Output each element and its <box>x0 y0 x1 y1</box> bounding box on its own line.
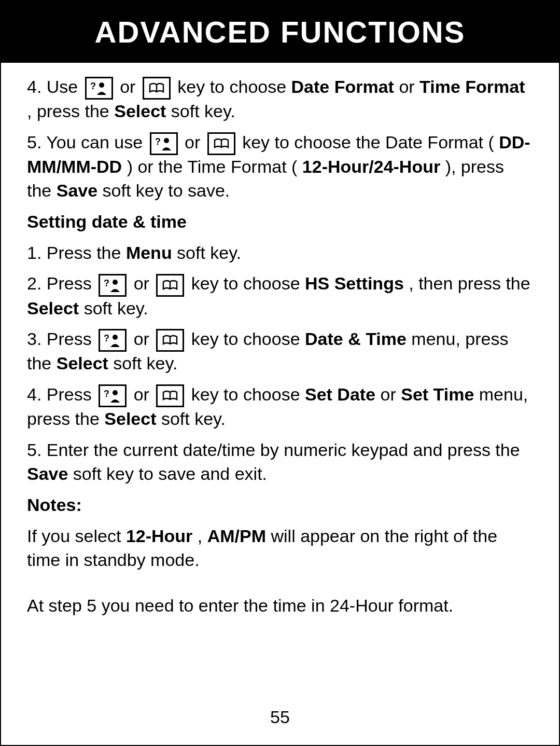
text: soft key. <box>171 101 235 121</box>
text: , press the <box>27 101 114 121</box>
bold-text: Save <box>57 181 97 200</box>
text: , <box>198 526 207 546</box>
text: 4. Press <box>27 384 96 404</box>
text: 1. Press the <box>27 243 126 263</box>
page-header: ADVANCED FUNCTIONS <box>1 1 559 63</box>
text: or <box>120 77 141 96</box>
bold-text: Save <box>27 464 68 483</box>
notes-heading: Notes: <box>27 493 533 517</box>
person-help-icon: ? <box>85 77 113 100</box>
text: soft key. <box>84 298 148 318</box>
svg-text:?: ? <box>90 81 96 91</box>
bold-text: Date & Time <box>305 329 407 349</box>
s2-step-3: 3. Press ? or key to choose Date & Time … <box>27 327 533 376</box>
text: 2. Press <box>27 273 96 293</box>
text: 3. Press <box>27 329 96 349</box>
svg-point-10 <box>113 335 118 340</box>
s2-step-4: 4. Press ? or key to choose Set Date or … <box>27 383 533 431</box>
text: ) or the Time Format ( <box>127 157 298 176</box>
book-icon <box>156 384 184 407</box>
bold-text: Date Format <box>291 77 394 96</box>
s2-step-2: 2. Press ? or key to choose HS Settings … <box>27 272 533 320</box>
svg-point-13 <box>113 390 118 395</box>
text: key to choose <box>191 384 305 404</box>
bold-text: Select <box>27 298 79 318</box>
page-content: 4. Use ? or key to choose Date Format or… <box>1 63 559 618</box>
bold-text: Set Date <box>305 384 375 404</box>
text: soft key to save. <box>103 181 230 200</box>
text: 5. Enter the current date/time by numeri… <box>27 440 520 460</box>
bold-text: 12-Hour <box>126 526 192 546</box>
book-icon <box>207 132 235 155</box>
text: key to choose <box>177 77 291 96</box>
text: or <box>185 132 205 152</box>
s2-step-1: 1. Press the Menu soft key. <box>27 241 533 265</box>
text: key to choose the Date Format ( <box>242 132 494 152</box>
text: or <box>381 384 401 404</box>
text: 5. You can use <box>27 132 148 152</box>
svg-text:?: ? <box>104 278 109 288</box>
svg-text:?: ? <box>155 136 161 147</box>
step-5: 5. You can use ? or key to choose the Da… <box>27 131 533 203</box>
person-help-icon: ? <box>150 132 178 155</box>
person-help-icon: ? <box>99 384 127 407</box>
bold-text: Select <box>57 353 108 373</box>
page-number: 55 <box>1 707 559 727</box>
svg-text:?: ? <box>104 333 109 343</box>
bold-text: Set Time <box>401 384 474 404</box>
note-1: If you select 12-Hour , AM/PM will appea… <box>27 524 533 572</box>
bold-text: Select <box>104 409 156 429</box>
svg-point-7 <box>113 280 118 285</box>
bold-text: 12-Hour/24-Hour <box>302 157 440 176</box>
section-heading-setting-date-time: Setting date & time <box>27 210 533 234</box>
svg-point-4 <box>164 138 169 143</box>
header-title: ADVANCED FUNCTIONS <box>95 15 466 49</box>
text: key to choose <box>191 329 305 349</box>
text: If you select <box>27 526 126 546</box>
text: or <box>134 273 155 293</box>
text: soft key to save and exit. <box>73 464 267 483</box>
text: , then press the <box>409 273 530 293</box>
step-4: 4. Use ? or key to choose Date Format or… <box>27 75 533 123</box>
text: or <box>134 384 155 404</box>
text: soft key. <box>177 243 241 263</box>
text: or <box>134 329 155 349</box>
text: soft key. <box>113 353 177 373</box>
s2-step-5: 5. Enter the current date/time by numeri… <box>27 438 533 486</box>
person-help-icon: ? <box>99 274 127 297</box>
book-icon <box>156 274 184 297</box>
bold-text: AM/PM <box>207 526 266 546</box>
bold-text: Time Format <box>419 77 525 96</box>
text: key to choose <box>191 273 305 293</box>
manual-page: ADVANCED FUNCTIONS 4. Use ? or key to ch… <box>0 0 560 746</box>
book-icon <box>156 329 184 352</box>
svg-text:?: ? <box>104 389 109 399</box>
bold-text: HS Settings <box>305 273 404 293</box>
text: or <box>399 77 419 96</box>
text: soft key. <box>161 409 226 429</box>
note-2: At step 5 you need to enter the time in … <box>27 594 533 618</box>
text: 4. Use <box>27 77 83 96</box>
bold-text: Menu <box>126 243 172 263</box>
bold-text: Select <box>114 101 166 121</box>
svg-point-1 <box>99 82 104 88</box>
book-icon <box>143 77 171 100</box>
person-help-icon: ? <box>99 329 127 352</box>
